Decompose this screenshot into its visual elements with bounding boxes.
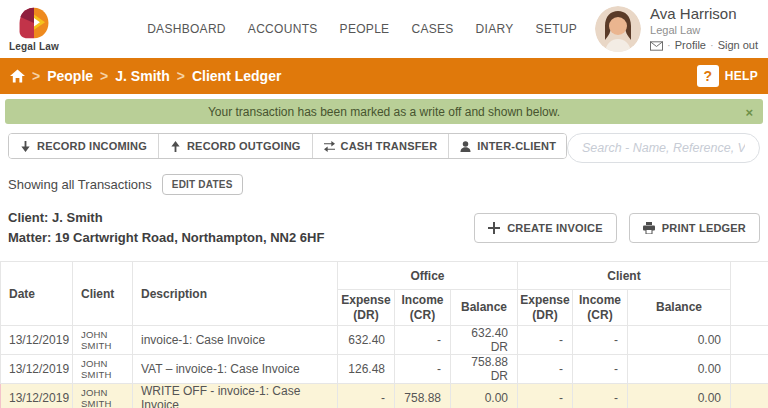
client-line: Client: J. Smith (8, 208, 324, 228)
cell-date: 13/12/2019 (1, 355, 73, 384)
crumb-separator: > (32, 68, 40, 84)
button-label: PRINT LEDGER (662, 222, 746, 234)
cell-client-income: - (573, 355, 628, 384)
close-icon[interactable]: × (745, 105, 753, 118)
cell-office-balance: 758.88 DR (451, 355, 518, 384)
app-logo[interactable]: Legal Law (8, 6, 60, 52)
avatar-image (595, 6, 641, 52)
cell-client-balance: 0.00 (628, 355, 731, 384)
avatar[interactable] (595, 6, 641, 52)
edit-dates-button[interactable]: EDIT DATES (162, 174, 243, 195)
separator-dot: · (667, 39, 671, 53)
signout-link[interactable]: Sign out (718, 39, 758, 53)
breadcrumb: > People > J. Smith > Client Ledger (10, 68, 281, 84)
cell-empty (731, 326, 768, 355)
matter-value: 19 Cartwright Road, Northampton, NN2 6HF (55, 230, 324, 245)
client-info: Client: J. Smith Matter: 19 Cartwright R… (8, 208, 324, 248)
cell-empty (731, 384, 768, 408)
col-header-office-expense: Expense (DR) (338, 290, 395, 326)
user-meta: Ava Harrison Legal Law · Profile · Sign … (650, 5, 758, 52)
nav-diary[interactable]: DIARY (476, 22, 514, 36)
person-icon (460, 141, 471, 152)
question-icon: ? (697, 65, 719, 87)
transaction-button-group: RECORD INCOMING RECORD OUTGOING CASH TRA… (8, 133, 567, 159)
printer-icon (643, 222, 655, 234)
crumb-separator: > (100, 68, 108, 84)
search-input[interactable] (567, 133, 760, 163)
envelope-icon[interactable] (650, 41, 663, 51)
profile-link[interactable]: Profile (675, 39, 706, 53)
cell-date: 13/12/2019 (1, 384, 73, 408)
showing-transactions-text: Showing all Transactions (8, 177, 152, 192)
user-name: Ava Harrison (650, 5, 758, 24)
transaction-toolbar: RECORD INCOMING RECORD OUTGOING CASH TRA… (8, 133, 760, 163)
user-box: Ava Harrison Legal Law · Profile · Sign … (595, 5, 758, 52)
col-header-office-income: Income (CR) (395, 290, 451, 326)
alert-message: Your transaction has been marked as a wr… (208, 105, 560, 119)
help-button[interactable]: ? HELP (697, 65, 758, 87)
button-label: CASH TRANSFER (341, 140, 438, 152)
print-ledger-button[interactable]: PRINT LEDGER (629, 213, 760, 243)
separator-dot: · (710, 39, 714, 53)
arrow-up-icon (170, 141, 181, 152)
cell-client: JOHN SMITH (73, 326, 133, 355)
crumb-current-page: Client Ledger (192, 68, 281, 84)
col-header-empty (731, 262, 768, 326)
col-header-date: Date (1, 262, 73, 326)
matter-line: Matter: 19 Cartwright Road, Northampton,… (8, 228, 324, 248)
table-row-writeoff-highlighted[interactable]: 13/12/2019 JOHN SMITH WRITE OFF - invoic… (1, 384, 768, 408)
logo-text: Legal Law (9, 41, 59, 52)
cell-description: invoice-1: Case Invoice (133, 326, 338, 355)
col-header-description: Description (133, 262, 338, 326)
col-group-office: Office (338, 262, 518, 290)
table-row[interactable]: 13/12/2019 JOHN SMITH invoice-1: Case In… (1, 326, 768, 355)
col-header-client: Client (73, 262, 133, 326)
user-org: Legal Law (650, 24, 758, 38)
cell-office-income: - (395, 326, 451, 355)
button-label: CREATE INVOICE (507, 222, 603, 234)
transfer-arrows-icon (324, 141, 335, 152)
ledger-table: Date Client Description Office Client Ex… (0, 261, 768, 408)
col-header-client-expense: Expense (DR) (518, 290, 573, 326)
cell-office-income: 758.88 (395, 384, 451, 408)
cell-client-balance: 0.00 (628, 384, 731, 408)
cell-client: JOHN SMITH (73, 384, 133, 408)
cell-client-balance: 0.00 (628, 326, 731, 355)
cell-client-income: - (573, 326, 628, 355)
client-info-row: Client: J. Smith Matter: 19 Cartwright R… (8, 208, 760, 248)
home-icon[interactable] (10, 69, 25, 83)
col-header-client-balance: Balance (628, 290, 731, 326)
cell-client-expense: - (518, 384, 573, 408)
cell-description: VAT – invoice-1: Case Invoice (133, 355, 338, 384)
crumb-people[interactable]: People (47, 68, 93, 84)
nav-setup[interactable]: SETUP (536, 22, 578, 36)
writeoff-alert: Your transaction has been marked as a wr… (5, 99, 763, 124)
create-invoice-button[interactable]: CREATE INVOICE (474, 213, 617, 243)
top-header: Legal Law DASHBOARD ACCOUNTS PEOPLE CASE… (0, 0, 768, 58)
plus-icon (488, 222, 500, 234)
crumb-client[interactable]: J. Smith (115, 68, 169, 84)
inter-client-button[interactable]: INTER-CLIENT (448, 134, 567, 158)
nav-dashboard[interactable]: DASHBOARD (147, 22, 226, 36)
cell-office-balance: 632.40 DR (451, 326, 518, 355)
record-outgoing-button[interactable]: RECORD OUTGOING (158, 134, 312, 158)
button-label: RECORD OUTGOING (187, 140, 301, 152)
cash-transfer-button[interactable]: CASH TRANSFER (312, 134, 449, 158)
user-links: · Profile · Sign out (650, 39, 758, 53)
crumb-separator: > (177, 68, 185, 84)
cell-date: 13/12/2019 (1, 326, 73, 355)
nav-accounts[interactable]: ACCOUNTS (248, 22, 318, 36)
matter-label: Matter: (8, 230, 51, 245)
client-value: J. Smith (52, 210, 103, 225)
nav-cases[interactable]: CASES (411, 22, 453, 36)
button-label: INTER-CLIENT (477, 140, 556, 152)
col-group-client: Client (518, 262, 731, 290)
help-label: HELP (725, 69, 758, 83)
cell-empty (731, 355, 768, 384)
main-nav: DASHBOARD ACCOUNTS PEOPLE CASES DIARY SE… (147, 22, 577, 36)
table-row[interactable]: 13/12/2019 JOHN SMITH VAT – invoice-1: C… (1, 355, 768, 384)
breadcrumb-bar: > People > J. Smith > Client Ledger ? HE… (0, 58, 768, 94)
record-incoming-button[interactable]: RECORD INCOMING (9, 134, 158, 158)
nav-people[interactable]: PEOPLE (340, 22, 390, 36)
filter-row: Showing all Transactions EDIT DATES (8, 174, 760, 195)
